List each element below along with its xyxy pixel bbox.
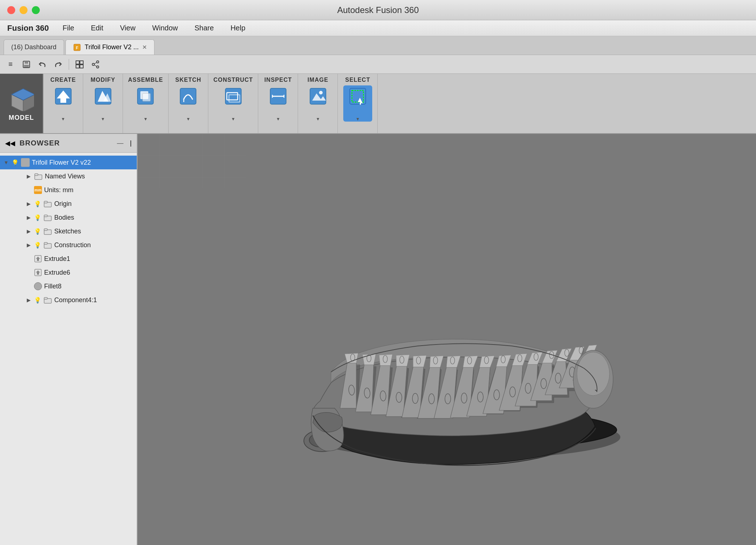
inspect-tool-button[interactable]: ▼ [264, 85, 293, 122]
minimize-button[interactable] [20, 6, 27, 14]
menu-window[interactable]: Window [149, 22, 181, 34]
browser-header: ◀◀ BROWSER — | [0, 134, 137, 153]
sidebar-toggle-button[interactable]: ≡ [4, 58, 17, 71]
svg-rect-51 [44, 242, 47, 244]
svg-line-12 [94, 62, 97, 64]
extrude6-icon [34, 269, 42, 276]
window-controls[interactable] [7, 6, 40, 14]
tree-item-extrude1[interactable]: Extrude1 [10, 252, 137, 266]
sketch-icon [177, 85, 199, 107]
ribbon-model-label: MODEL [9, 114, 34, 122]
menu-file[interactable]: File [60, 22, 77, 34]
doc-icon-root [21, 158, 30, 167]
bulb-icon-construction: 💡 [34, 242, 41, 249]
tree-expand-sketches[interactable]: ▶ [25, 228, 32, 235]
tab-dashboard[interactable]: (16) Dashboard [4, 39, 64, 55]
image-tool-button[interactable]: ▼ [303, 85, 332, 122]
tree-label-extrude1: Extrude1 [44, 255, 70, 263]
layout-icon [75, 60, 84, 69]
tree-expand-bodies[interactable]: ▶ [25, 214, 32, 221]
tree-item-sketches[interactable]: ▶ 💡 Sketches [10, 224, 137, 238]
menu-view[interactable]: View [117, 22, 139, 34]
undo-button[interactable] [35, 58, 49, 71]
sketch-tool-button[interactable]: ▼ [174, 85, 203, 122]
browser-panel: ◀◀ BROWSER — | ▼ 💡 Trifoil Flower V2 v22… [0, 134, 137, 545]
ribbon-group-sketch: SKETCH ▼ [169, 74, 208, 133]
close-button[interactable] [7, 6, 15, 14]
save-icon [22, 60, 31, 69]
svg-point-38 [319, 91, 323, 94]
svg-rect-4 [24, 65, 29, 67]
assemble-icon [135, 85, 156, 107]
tree-expand-construction[interactable]: ▶ [25, 242, 32, 248]
modify-tool-button[interactable]: ▼ [89, 85, 118, 122]
tree-item-named-views[interactable]: ▶ Named Views [10, 169, 137, 183]
svg-point-10 [97, 61, 99, 63]
menu-share[interactable]: Share [192, 22, 217, 34]
svg-rect-49 [44, 229, 47, 231]
browser-collapse-button[interactable]: — [117, 139, 123, 147]
svg-point-11 [97, 66, 99, 68]
sketch-dropdown-arrow: ▼ [186, 117, 190, 122]
menu-help[interactable]: Help [228, 22, 248, 34]
model-container [137, 134, 756, 545]
tree-item-construction[interactable]: ▶ 💡 Construction [10, 238, 137, 252]
ribbon-assemble-label: ASSEMBLE [128, 77, 163, 83]
ribbon-inspect-label: INSPECT [264, 77, 292, 83]
create-icon [52, 85, 74, 107]
svg-rect-26 [143, 93, 150, 101]
tab-model-label: Trifoil Flower V2 ... [85, 43, 139, 51]
tree-item-fillet8[interactable]: Fillet8 [10, 279, 137, 293]
tree-label-extrude6: Extrude6 [44, 269, 70, 276]
model-svg [230, 177, 664, 502]
tree-item-bodies[interactable]: ▶ 💡 Bodies [10, 211, 137, 224]
tab-dashboard-label: (16) Dashboard [11, 43, 56, 51]
tab-close-button[interactable]: ✕ [142, 44, 147, 51]
viewport[interactable] [137, 134, 756, 545]
browser-options-button[interactable]: | [130, 139, 132, 147]
svg-line-13 [94, 65, 97, 66]
browser-back-button[interactable]: ◀◀ [5, 139, 15, 147]
folder-icon-named-views [34, 173, 43, 180]
layout-button[interactable] [73, 58, 86, 71]
svg-point-92 [577, 352, 610, 396]
tree-label-sketches: Sketches [54, 228, 81, 235]
svg-marker-55 [36, 270, 40, 275]
tree-item-units[interactable]: ▶ mm Units: mm [10, 183, 137, 197]
app-name: Fusion 360 [7, 24, 49, 33]
assemble-tool-button[interactable]: ▼ [131, 85, 160, 122]
tree-item-origin[interactable]: ▶ 💡 Origin [10, 197, 137, 211]
ribbon-sketch-label: SKETCH [175, 77, 201, 83]
tree-item-extrude6[interactable]: Extrude6 [10, 266, 137, 279]
ribbon: MODEL CREATE ▼ MODIFY ▼ ASSEMBLE [0, 74, 756, 134]
tree-item-root[interactable]: ▼ 💡 Trifoil Flower V2 v22 [0, 156, 137, 169]
construct-icon [222, 85, 244, 107]
share-button[interactable] [89, 58, 102, 71]
save-button[interactable] [20, 58, 33, 71]
image-dropdown-arrow: ▼ [316, 117, 320, 122]
svg-rect-5 [76, 61, 79, 64]
select-tool-button[interactable]: ▼ [343, 85, 372, 122]
maximize-button[interactable] [32, 6, 40, 14]
ribbon-group-assemble: ASSEMBLE ▼ [123, 74, 169, 133]
menu-edit[interactable]: Edit [88, 22, 106, 34]
svg-marker-53 [36, 257, 40, 261]
svg-rect-57 [44, 297, 47, 299]
create-tool-button[interactable]: ▼ [49, 85, 78, 122]
tree-expand-root[interactable]: ▼ [3, 159, 9, 166]
tree-expand-origin[interactable]: ▶ [25, 200, 32, 207]
assemble-dropdown-arrow: ▼ [144, 117, 148, 122]
units-icon: mm [34, 186, 42, 194]
tree-expand-named-views[interactable]: ▶ [25, 173, 32, 179]
toolbar-separator-1 [69, 59, 69, 70]
ribbon-select-label: SELECT [345, 77, 370, 83]
tree-item-component4[interactable]: ▶ 💡 Component4:1 [10, 293, 137, 307]
tree-expand-component4[interactable]: ▶ [25, 297, 32, 303]
modify-dropdown-arrow: ▼ [101, 117, 105, 122]
tab-model[interactable]: F Trifoil Flower V2 ... ✕ [65, 39, 154, 55]
construct-tool-button[interactable]: ▼ [219, 85, 248, 122]
redo-button[interactable] [51, 58, 65, 71]
undo-icon [38, 60, 47, 69]
title-bar: Autodesk Fusion 360 [0, 0, 756, 20]
svg-rect-3 [25, 61, 28, 64]
